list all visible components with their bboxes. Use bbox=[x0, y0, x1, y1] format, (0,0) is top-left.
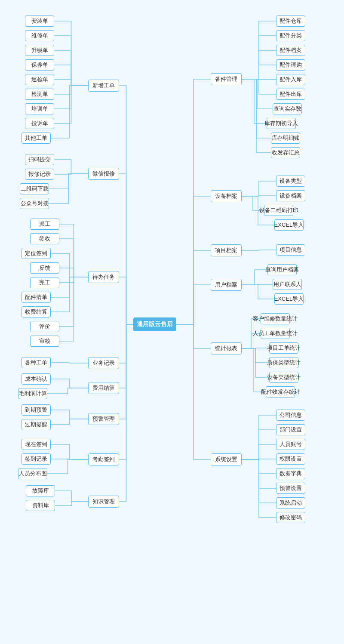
node-考勤签到: 考勤签到 bbox=[88, 453, 119, 465]
node-升级单: 升级单 bbox=[25, 45, 54, 56]
node-收费结算: 收费结算 bbox=[22, 306, 51, 317]
node-配件请购: 配件请购 bbox=[276, 59, 305, 71]
node-通用版云售后: 通用版云售后 bbox=[133, 317, 176, 331]
node-配件收发存统计: 配件收发存统计 bbox=[266, 386, 295, 397]
node-毛利润计算: 毛利润计算 bbox=[18, 388, 47, 399]
node-预警管理: 预警管理 bbox=[88, 413, 119, 425]
node-配件档案: 配件档案 bbox=[276, 45, 305, 56]
node-修改密码: 修改密码 bbox=[276, 512, 305, 523]
node-项目信息: 项目信息 bbox=[276, 244, 305, 256]
node-保养单: 保养单 bbox=[25, 59, 54, 71]
node-配件入库: 配件入库 bbox=[276, 74, 305, 85]
node-查询用户档案: 查询用户档案 bbox=[267, 264, 297, 275]
node-系统启动: 系统启动 bbox=[276, 497, 305, 508]
node-EXCEL导入: EXCEL导入 bbox=[274, 219, 304, 231]
node-知识管理: 知识管理 bbox=[88, 496, 119, 508]
node-公众号对接: 公众号对接 bbox=[20, 198, 49, 209]
node-费用结算: 费用结算 bbox=[88, 382, 119, 394]
node-评价: 评价 bbox=[30, 321, 59, 332]
node-投诉单: 投诉单 bbox=[25, 118, 54, 129]
node-审核: 审核 bbox=[30, 336, 59, 347]
node-项目档案: 项目档案 bbox=[211, 244, 242, 256]
node-反馈: 反馈 bbox=[30, 262, 59, 274]
mind-map: 通用版云售后新增工单安装单维修单升级单保养单巡检单检测单培训单投诉单其他工单微信… bbox=[0, 0, 344, 644]
node-质保类型统计: 质保类型统计 bbox=[269, 357, 298, 368]
node-收发存汇总: 收发存汇总 bbox=[271, 147, 300, 158]
node-部门设置: 部门设置 bbox=[276, 424, 305, 435]
node-完工: 完工 bbox=[30, 277, 59, 288]
node-项目工单统计: 项目工单统计 bbox=[269, 342, 298, 354]
node-公司信息: 公司信息 bbox=[276, 410, 305, 421]
node-系统设置: 系统设置 bbox=[211, 453, 242, 465]
node-设备类型: 设备类型 bbox=[276, 176, 305, 187]
node-检测单: 检测单 bbox=[25, 89, 54, 100]
node-配件分类: 配件分类 bbox=[276, 30, 305, 41]
node-设备类型统计: 设备类型统计 bbox=[269, 372, 298, 383]
node-巡检单: 巡检单 bbox=[25, 74, 54, 85]
node-派工: 派工 bbox=[30, 219, 59, 230]
node-权限设置: 权限设置 bbox=[276, 453, 305, 465]
node-客户维修数量统计: 客户维修数量统计 bbox=[261, 313, 290, 324]
node-人员工单数量统计: 人员工单数量统计 bbox=[261, 328, 290, 339]
node-各种工单: 各种工单 bbox=[22, 357, 51, 368]
node-新增工单: 新增工单 bbox=[88, 80, 119, 92]
node-维修单: 维修单 bbox=[25, 30, 54, 41]
node-配件仓库: 配件仓库 bbox=[276, 15, 305, 27]
node-其他工单: 其他工单 bbox=[22, 132, 51, 144]
node-设备二维码打印: 设备二维码打印 bbox=[264, 205, 293, 216]
node-用户档案: 用户档案 bbox=[211, 279, 242, 291]
node-报修记录: 报修记录 bbox=[25, 169, 54, 180]
node-人员分布图: 人员分布图 bbox=[18, 468, 47, 479]
node-EXCEL导入: EXCEL导入 bbox=[274, 293, 304, 305]
node-到期预警: 到期预警 bbox=[22, 404, 51, 416]
node-过期提醒: 过期提醒 bbox=[22, 419, 51, 430]
node-查询实存数: 查询实存数 bbox=[273, 103, 302, 114]
node-成本确认: 成本确认 bbox=[22, 373, 51, 385]
node-备件管理: 备件管理 bbox=[211, 73, 242, 85]
node-二维码下载: 二维码下载 bbox=[20, 183, 49, 194]
node-库存期初导入: 库存期初导入 bbox=[267, 118, 296, 129]
node-数据字典: 数据字典 bbox=[276, 468, 305, 479]
node-定位签到: 定位签到 bbox=[22, 248, 51, 259]
node-待办任务: 待办任务 bbox=[88, 271, 119, 283]
node-安装单: 安装单 bbox=[25, 15, 54, 27]
node-故障库: 故障库 bbox=[26, 485, 55, 496]
node-配件出库: 配件出库 bbox=[276, 89, 305, 100]
node-签收: 签收 bbox=[30, 233, 59, 244]
node-现在签到: 现在签到 bbox=[22, 439, 51, 450]
node-人员账号: 人员账号 bbox=[276, 439, 305, 450]
node-预警设置: 预警设置 bbox=[276, 483, 305, 494]
node-统计报表: 统计报表 bbox=[211, 342, 242, 354]
node-配件清单: 配件清单 bbox=[22, 292, 51, 303]
node-库存明细账: 库存明细账 bbox=[271, 132, 300, 144]
node-资料库: 资料库 bbox=[26, 500, 55, 511]
node-设备档案: 设备档案 bbox=[276, 190, 305, 201]
node-业务记录: 业务记录 bbox=[88, 357, 119, 369]
node-用户联系人: 用户联系人 bbox=[273, 279, 302, 290]
node-扫码提交: 扫码提交 bbox=[25, 154, 54, 165]
node-培训单: 培训单 bbox=[25, 103, 54, 114]
node-微信报修: 微信报修 bbox=[88, 168, 119, 180]
node-设备档案: 设备档案 bbox=[211, 190, 242, 202]
node-签到记录: 签到记录 bbox=[22, 453, 51, 465]
